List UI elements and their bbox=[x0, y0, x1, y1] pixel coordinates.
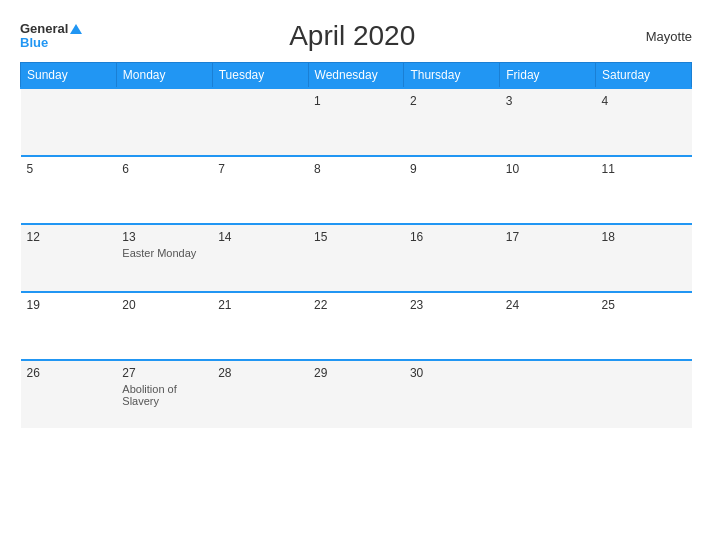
weekday-header-sunday: Sunday bbox=[21, 63, 117, 89]
calendar-cell: 5 bbox=[21, 156, 117, 224]
day-number: 7 bbox=[218, 162, 302, 176]
holiday-name: Easter Monday bbox=[122, 247, 206, 259]
calendar-cell: 9 bbox=[404, 156, 500, 224]
day-number: 6 bbox=[122, 162, 206, 176]
calendar-cell: 10 bbox=[500, 156, 596, 224]
calendar-cell: 1 bbox=[308, 88, 404, 156]
day-number: 28 bbox=[218, 366, 302, 380]
calendar-cell: 4 bbox=[596, 88, 692, 156]
calendar-cell: 28 bbox=[212, 360, 308, 428]
day-number: 24 bbox=[506, 298, 590, 312]
calendar-cell: 27Abolition of Slavery bbox=[116, 360, 212, 428]
calendar-cell: 20 bbox=[116, 292, 212, 360]
calendar-cell: 2 bbox=[404, 88, 500, 156]
weekday-header-tuesday: Tuesday bbox=[212, 63, 308, 89]
day-number: 11 bbox=[602, 162, 686, 176]
calendar-cell bbox=[116, 88, 212, 156]
day-number: 30 bbox=[410, 366, 494, 380]
calendar-cell: 16 bbox=[404, 224, 500, 292]
day-number: 10 bbox=[506, 162, 590, 176]
header-row: General Blue April 2020 Mayotte bbox=[20, 20, 692, 52]
day-number: 27 bbox=[122, 366, 206, 380]
calendar-cell: 7 bbox=[212, 156, 308, 224]
calendar-cell bbox=[500, 360, 596, 428]
calendar-cell bbox=[212, 88, 308, 156]
day-number: 26 bbox=[27, 366, 111, 380]
weekday-header-monday: Monday bbox=[116, 63, 212, 89]
weekday-header-thursday: Thursday bbox=[404, 63, 500, 89]
week-row-4: 19202122232425 bbox=[21, 292, 692, 360]
logo: General Blue bbox=[20, 22, 82, 51]
calendar-cell: 21 bbox=[212, 292, 308, 360]
day-number: 8 bbox=[314, 162, 398, 176]
day-number: 23 bbox=[410, 298, 494, 312]
day-number: 3 bbox=[506, 94, 590, 108]
weekday-header-friday: Friday bbox=[500, 63, 596, 89]
calendar-cell: 15 bbox=[308, 224, 404, 292]
day-number: 15 bbox=[314, 230, 398, 244]
day-number: 17 bbox=[506, 230, 590, 244]
calendar-cell: 18 bbox=[596, 224, 692, 292]
calendar-cell: 29 bbox=[308, 360, 404, 428]
calendar-cell bbox=[596, 360, 692, 428]
calendar-cell: 8 bbox=[308, 156, 404, 224]
logo-triangle-icon bbox=[70, 24, 82, 34]
day-number: 21 bbox=[218, 298, 302, 312]
day-number: 12 bbox=[27, 230, 111, 244]
calendar-cell: 11 bbox=[596, 156, 692, 224]
week-row-2: 567891011 bbox=[21, 156, 692, 224]
calendar-cell: 6 bbox=[116, 156, 212, 224]
calendar-cell: 14 bbox=[212, 224, 308, 292]
calendar-cell bbox=[21, 88, 117, 156]
region-label: Mayotte bbox=[622, 29, 692, 44]
calendar-cell: 30 bbox=[404, 360, 500, 428]
calendar-container: General Blue April 2020 Mayotte SundayMo… bbox=[0, 0, 712, 550]
day-number: 16 bbox=[410, 230, 494, 244]
day-number: 25 bbox=[602, 298, 686, 312]
calendar-cell: 25 bbox=[596, 292, 692, 360]
week-row-3: 1213Easter Monday1415161718 bbox=[21, 224, 692, 292]
week-row-5: 2627Abolition of Slavery282930 bbox=[21, 360, 692, 428]
calendar-cell: 23 bbox=[404, 292, 500, 360]
day-number: 9 bbox=[410, 162, 494, 176]
day-number: 18 bbox=[602, 230, 686, 244]
calendar-cell: 24 bbox=[500, 292, 596, 360]
holiday-name: Abolition of Slavery bbox=[122, 383, 206, 407]
day-number: 29 bbox=[314, 366, 398, 380]
weekday-header-saturday: Saturday bbox=[596, 63, 692, 89]
day-number: 14 bbox=[218, 230, 302, 244]
weekday-header-row: SundayMondayTuesdayWednesdayThursdayFrid… bbox=[21, 63, 692, 89]
calendar-table: SundayMondayTuesdayWednesdayThursdayFrid… bbox=[20, 62, 692, 428]
calendar-title: April 2020 bbox=[82, 20, 622, 52]
weekday-header-wednesday: Wednesday bbox=[308, 63, 404, 89]
calendar-cell: 26 bbox=[21, 360, 117, 428]
day-number: 22 bbox=[314, 298, 398, 312]
calendar-cell: 17 bbox=[500, 224, 596, 292]
logo-blue-text: Blue bbox=[20, 36, 82, 50]
day-number: 2 bbox=[410, 94, 494, 108]
day-number: 13 bbox=[122, 230, 206, 244]
day-number: 4 bbox=[602, 94, 686, 108]
logo-general-text: General bbox=[20, 22, 82, 36]
day-number: 19 bbox=[27, 298, 111, 312]
week-row-1: 1234 bbox=[21, 88, 692, 156]
day-number: 1 bbox=[314, 94, 398, 108]
day-number: 5 bbox=[27, 162, 111, 176]
calendar-cell: 19 bbox=[21, 292, 117, 360]
calendar-cell: 22 bbox=[308, 292, 404, 360]
calendar-cell: 13Easter Monday bbox=[116, 224, 212, 292]
calendar-cell: 3 bbox=[500, 88, 596, 156]
day-number: 20 bbox=[122, 298, 206, 312]
calendar-cell: 12 bbox=[21, 224, 117, 292]
